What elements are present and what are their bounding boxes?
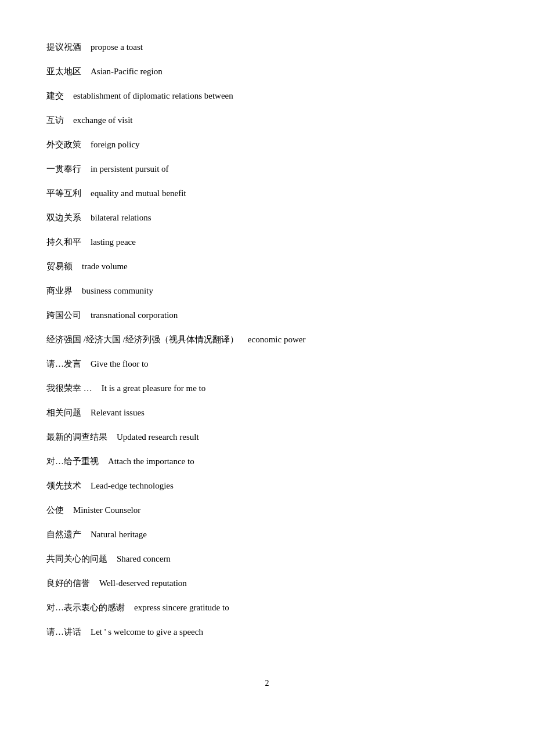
- chinese-term: 经济强国 /经济大国 /经济列强（视具体情况翻译）: [46, 332, 239, 346]
- vocab-item: 我很荣幸 …It is a great pleasure for me to: [46, 376, 488, 400]
- vocab-item: 对…表示衷心的感谢express sincere gratitude to: [46, 595, 488, 620]
- english-translation: business community: [82, 284, 153, 298]
- chinese-term: 贸易额: [46, 259, 73, 273]
- chinese-term: 互访: [46, 113, 64, 127]
- vocab-item: 亚太地区Asian-Pacific region: [46, 59, 488, 84]
- english-translation: propose a toast: [91, 40, 143, 54]
- vocab-item: 自然遗产Natural heritage: [46, 522, 488, 547]
- english-translation: transnational corporation: [91, 308, 178, 322]
- english-translation: Give the floor to: [91, 357, 149, 371]
- english-translation: Let ' s welcome to give a speech: [91, 625, 203, 639]
- vocab-item: 良好的信誉Well-deserved reputation: [46, 571, 488, 595]
- vocab-item: 建交establishment of diplomatic relations …: [46, 84, 488, 108]
- page-number: 2: [46, 679, 488, 688]
- chinese-term: 平等互利: [46, 186, 81, 200]
- vocab-item: 提议祝酒propose a toast: [46, 35, 488, 59]
- vocab-item: 商业界business community: [46, 278, 488, 303]
- chinese-term: 领先技术: [46, 479, 81, 493]
- vocab-item: 相关问题Relevant issues: [46, 400, 488, 425]
- vocab-item: 对…给予重视Attach the importance to: [46, 449, 488, 473]
- english-translation: Attach the importance to: [108, 454, 194, 468]
- english-translation: economic power: [248, 332, 306, 346]
- chinese-term: 持久和平: [46, 235, 81, 249]
- vocab-item: 公使Minister Counselor: [46, 498, 488, 522]
- vocab-item: 一贯奉行in persistent pursuit of: [46, 157, 488, 181]
- vocab-item: 平等互利equality and mutual benefit: [46, 181, 488, 205]
- chinese-term: 双边关系: [46, 211, 81, 225]
- english-translation: in persistent pursuit of: [91, 162, 169, 176]
- vocabulary-list: 提议祝酒propose a toast亚太地区Asian-Pacific reg…: [46, 35, 488, 644]
- chinese-term: 自然遗产: [46, 527, 81, 541]
- english-translation: Minister Counselor: [73, 503, 140, 517]
- chinese-term: 亚太地区: [46, 64, 81, 78]
- vocab-item: 外交政策foreign policy: [46, 132, 488, 157]
- english-translation: Relevant issues: [91, 406, 145, 419]
- english-translation: foreign policy: [91, 138, 140, 151]
- vocab-item: 最新的调查结果Updated research result: [46, 425, 488, 449]
- chinese-term: 相关问题: [46, 406, 81, 419]
- chinese-term: 请…发言: [46, 357, 81, 371]
- chinese-term: 建交: [46, 89, 64, 103]
- vocab-item: 贸易额trade volume: [46, 254, 488, 278]
- vocab-item: 经济强国 /经济大国 /经济列强（视具体情况翻译）economic power: [46, 327, 488, 352]
- chinese-term: 我很荣幸 …: [46, 381, 92, 395]
- vocab-item: 双边关系bilateral relations: [46, 205, 488, 230]
- vocab-item: 互访exchange of visit: [46, 108, 488, 132]
- chinese-term: 请…讲话: [46, 625, 81, 639]
- english-translation: establishment of diplomatic relations be…: [73, 89, 233, 103]
- english-translation: Asian-Pacific region: [91, 64, 163, 78]
- chinese-term: 一贯奉行: [46, 162, 81, 176]
- english-translation: Well-deserved reputation: [99, 576, 187, 590]
- english-translation: express sincere gratitude to: [134, 601, 229, 614]
- english-translation: Shared concern: [117, 552, 171, 566]
- chinese-term: 外交政策: [46, 138, 81, 151]
- chinese-term: 跨国公司: [46, 308, 81, 322]
- english-translation: Lead-edge technologies: [91, 479, 174, 493]
- chinese-term: 商业界: [46, 284, 73, 298]
- vocab-item: 跨国公司transnational corporation: [46, 303, 488, 327]
- english-translation: equality and mutual benefit: [91, 186, 186, 200]
- english-translation: trade volume: [82, 259, 128, 273]
- english-translation: exchange of visit: [73, 113, 132, 127]
- chinese-term: 良好的信誉: [46, 576, 90, 590]
- chinese-term: 公使: [46, 503, 64, 517]
- chinese-term: 共同关心的问题: [46, 552, 107, 566]
- chinese-term: 最新的调查结果: [46, 430, 107, 444]
- chinese-term: 对…表示衷心的感谢: [46, 601, 125, 614]
- chinese-term: 对…给予重视: [46, 454, 99, 468]
- chinese-term: 提议祝酒: [46, 40, 81, 54]
- english-translation: It is a great pleasure for me to: [102, 381, 206, 395]
- vocab-item: 请…讲话Let ' s welcome to give a speech: [46, 620, 488, 644]
- english-translation: lasting peace: [91, 235, 136, 249]
- vocab-item: 领先技术Lead-edge technologies: [46, 473, 488, 498]
- english-translation: Updated research result: [117, 430, 199, 444]
- english-translation: Natural heritage: [91, 527, 147, 541]
- vocab-item: 持久和平lasting peace: [46, 230, 488, 254]
- vocab-item: 共同关心的问题Shared concern: [46, 547, 488, 571]
- english-translation: bilateral relations: [91, 211, 151, 225]
- vocab-item: 请…发言Give the floor to: [46, 352, 488, 376]
